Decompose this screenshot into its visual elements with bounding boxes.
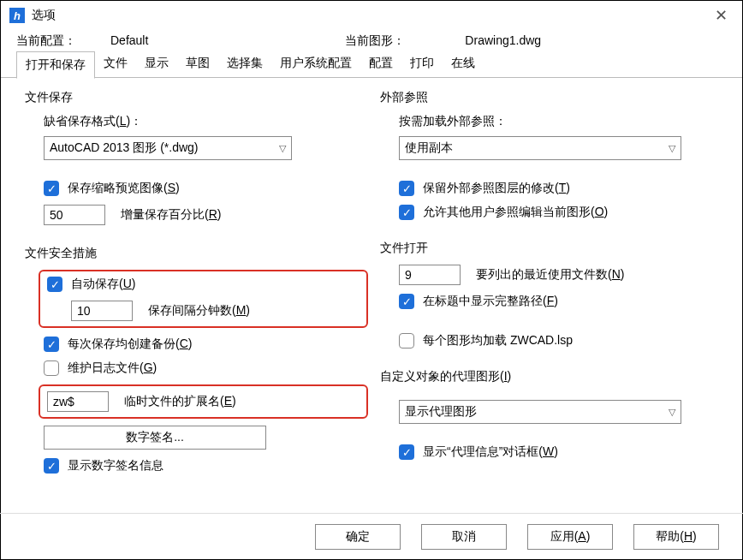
chevron-down-icon: ▽ bbox=[279, 143, 286, 154]
tempext-label: 临时文件的扩展名(E) bbox=[124, 394, 236, 409]
tab-profiles[interactable]: 配置 bbox=[360, 51, 401, 78]
recent-input[interactable]: 9 bbox=[399, 265, 461, 285]
tab-user-pref[interactable]: 用户系统配置 bbox=[271, 51, 360, 78]
tab-online[interactable]: 在线 bbox=[443, 51, 484, 78]
fullpath-label: 在标题中显示完整路径(F) bbox=[423, 294, 558, 309]
thumbnail-label: 保存缩略预览图像(S) bbox=[68, 181, 180, 196]
show-sig-label: 显示数字签名信息 bbox=[68, 458, 163, 474]
current-config-label: 当前配置： bbox=[16, 33, 76, 49]
current-config-value: Default bbox=[110, 33, 148, 49]
backup-checkbox[interactable]: ✓ bbox=[44, 337, 59, 352]
loadlsp-label: 每个图形均加载 ZWCAD.lsp bbox=[423, 333, 573, 349]
tabs: 打开和保存 文件 显示 草图 选择集 用户系统配置 配置 打印 在线 bbox=[1, 51, 742, 78]
interval-label: 保存间隔分钟数(M) bbox=[148, 303, 250, 319]
retain-label: 保留外部参照图层的修改(T) bbox=[423, 181, 570, 196]
file-open-title: 文件打开 bbox=[380, 241, 718, 256]
thumbnail-checkbox[interactable]: ✓ bbox=[44, 181, 59, 196]
xref-load-label: 按需加载外部参照： bbox=[399, 114, 718, 129]
backup-label: 每次保存均创建备份(C) bbox=[68, 337, 192, 352]
xref-load-value: 使用副本 bbox=[405, 140, 453, 156]
apply-button[interactable]: 应用(A) bbox=[527, 524, 613, 550]
show-proxy-label: 显示“代理信息”对话框(W) bbox=[423, 444, 558, 460]
app-icon: h bbox=[9, 8, 25, 23]
chevron-down-icon: ▽ bbox=[669, 407, 675, 418]
file-safety-title: 文件安全措施 bbox=[25, 246, 363, 261]
tab-plot[interactable]: 打印 bbox=[401, 51, 443, 78]
group-xref: 外部参照 按需加载外部参照： 使用副本 ▽ ✓ 保留外部参照图层的修改(T) ✓… bbox=[380, 90, 718, 220]
group-file-save: 文件保存 缺省保存格式(L)： AutoCAD 2013 图形 (*.dwg) … bbox=[25, 90, 363, 225]
group-file-open: 文件打开 9 要列出的最近使用文件数(N) ✓ 在标题中显示完整路径(F) 每个… bbox=[380, 241, 718, 349]
proxy-value: 显示代理图形 bbox=[405, 404, 477, 420]
autosave-highlight: ✓ 自动保存(U) 10 保存间隔分钟数(M) bbox=[39, 270, 368, 328]
file-save-title: 文件保存 bbox=[25, 90, 363, 105]
tempext-highlight: zw$ 临时文件的扩展名(E) bbox=[39, 384, 368, 419]
window-title: 选项 bbox=[32, 8, 708, 23]
show-proxy-checkbox[interactable]: ✓ bbox=[399, 444, 414, 460]
allow-edit-checkbox[interactable]: ✓ bbox=[399, 205, 414, 220]
chevron-down-icon: ▽ bbox=[669, 143, 675, 154]
tab-open-save[interactable]: 打开和保存 bbox=[16, 51, 95, 79]
log-checkbox[interactable] bbox=[44, 360, 59, 376]
tempext-input[interactable]: zw$ bbox=[47, 391, 109, 412]
current-drawing-label: 当前图形： bbox=[345, 33, 405, 49]
current-drawing-value: Drawing1.dwg bbox=[465, 33, 541, 49]
info-row: 当前配置： Default 当前图形： Drawing1.dwg bbox=[1, 30, 742, 51]
log-label: 维护日志文件(G) bbox=[68, 360, 157, 376]
format-label: 缺省保存格式(L)： bbox=[44, 114, 363, 129]
tab-selection[interactable]: 选择集 bbox=[218, 51, 271, 78]
xref-load-select[interactable]: 使用副本 ▽ bbox=[399, 136, 681, 160]
incremental-label: 增量保存百分比(R) bbox=[121, 207, 221, 223]
autosave-label: 自动保存(U) bbox=[71, 277, 135, 292]
recent-label: 要列出的最近使用文件数(N) bbox=[476, 267, 624, 283]
cancel-button[interactable]: 取消 bbox=[421, 524, 507, 550]
interval-input[interactable]: 10 bbox=[71, 301, 133, 321]
ok-button[interactable]: 确定 bbox=[315, 524, 401, 550]
proxy-select[interactable]: 显示代理图形 ▽ bbox=[399, 400, 681, 424]
xref-title: 外部参照 bbox=[380, 90, 718, 105]
proxy-title: 自定义对象的代理图形(I) bbox=[380, 369, 718, 384]
tab-draft[interactable]: 草图 bbox=[177, 51, 218, 78]
autosave-checkbox[interactable]: ✓ bbox=[47, 277, 62, 292]
footer: 确定 取消 应用(A) 帮助(H) bbox=[0, 513, 743, 560]
show-sig-checkbox[interactable]: ✓ bbox=[44, 458, 59, 474]
tab-display[interactable]: 显示 bbox=[136, 51, 177, 78]
fullpath-checkbox[interactable]: ✓ bbox=[399, 294, 414, 309]
group-proxy: 自定义对象的代理图形(I) 显示代理图形 ▽ ✓ 显示“代理信息”对话框(W) bbox=[380, 369, 718, 460]
format-value: AutoCAD 2013 图形 (*.dwg) bbox=[50, 140, 199, 156]
allow-edit-label: 允许其他用户参照编辑当前图形(O) bbox=[423, 205, 608, 220]
signature-button[interactable]: 数字签名... bbox=[44, 426, 266, 450]
loadlsp-checkbox[interactable] bbox=[399, 333, 414, 349]
retain-checkbox[interactable]: ✓ bbox=[399, 181, 414, 196]
help-button[interactable]: 帮助(H) bbox=[633, 524, 719, 550]
close-icon[interactable]: ✕ bbox=[708, 6, 734, 25]
incremental-input[interactable]: 50 bbox=[44, 205, 105, 225]
tab-file[interactable]: 文件 bbox=[95, 51, 136, 78]
format-select[interactable]: AutoCAD 2013 图形 (*.dwg) ▽ bbox=[44, 136, 292, 160]
group-file-safety: 文件安全措施 ✓ 自动保存(U) 10 保存间隔分钟数(M) ✓ 每次保存均创建… bbox=[25, 246, 363, 474]
